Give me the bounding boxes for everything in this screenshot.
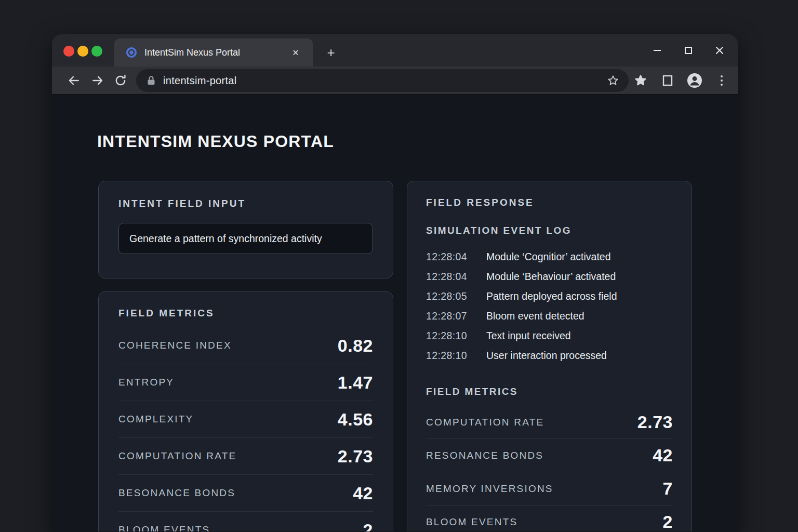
metric-value: 1.47 [338,373,373,393]
field-response-card: FIELD RESPONSE SIMULATION EVENT LOG 12:2… [407,181,692,531]
log-entry: 12:28:04 Module ‘Cognitior’ activated [426,247,673,267]
metric-row: COMPLEXITY 4.56 [118,401,373,437]
metric-value: 2.73 [637,412,673,432]
close-icon[interactable] [711,42,728,59]
metric-row: COHERENCE INDEX 0.82 [118,327,373,364]
metric-row: BLOOM EVENTS 2 [426,506,673,531]
log-message: Module ‘Cognitior’ activated [486,251,611,263]
log-message: Text input received [486,330,571,342]
metric-value: 2 [663,512,673,531]
metric-row: ENTROPY 1.47 [118,364,373,401]
response-metrics-rows: COMPUTATION RATE 2.73 RESONANCE BONDS 42… [426,406,673,531]
metric-row: COMPUTATION RATE 2.73 [426,406,673,438]
metric-label: RESONANCE BONDS [426,450,543,461]
log-entry: 12:28:07 Bloom event detected [426,306,673,326]
log-time: 12:28:05 [426,290,486,302]
browser-tab[interactable]: IntentSim Nexus Portal ✕ [114,38,313,66]
log-time: 12:28:07 [426,310,486,322]
metric-value: 2.73 [338,446,373,467]
side-panel-icon[interactable] [659,72,676,89]
event-log-heading: SIMULATION EVENT LOG [426,225,673,236]
toolbar-right [632,66,730,95]
browser-toolbar: intentsim-portal [52,66,738,95]
metric-label: COHERENCE INDEX [118,340,232,351]
intent-input-heading: INTENT FIELD INPUT [118,198,373,209]
menu-icon[interactable] [713,72,730,89]
tab-strip: IntentSim Nexus Portal ✕ + [52,34,738,66]
metric-row: BESONANCE BONDS 42 [118,475,373,511]
log-time: 12:28:04 [426,251,486,263]
metric-row: COMPUTATION RATE 2.73 [118,438,373,474]
log-time: 12:28:04 [426,271,486,283]
profile-avatar[interactable] [686,72,703,89]
reload-icon[interactable] [112,72,129,89]
field-metrics-heading: FIELD METRICS [118,308,373,319]
metric-label: BLOOM EVENTS [118,524,210,531]
metric-value: 0.82 [338,336,373,356]
intent-input-field[interactable] [118,223,373,254]
minimize-icon[interactable] [648,42,666,59]
field-metrics-card: FIELD METRICS COHERENCE INDEX 0.82 ENTRO… [98,291,393,531]
new-tab-button[interactable]: + [321,43,341,62]
log-time: 12:28:10 [426,330,486,342]
metric-value: 7 [663,478,673,499]
metric-label: BLOOM EVENTS [426,516,517,528]
metric-label: BESONANCE BONDS [118,487,235,499]
window-controls [648,34,728,66]
url-bar[interactable]: intentsim-portal [136,69,629,92]
response-metrics-heading: FIELD METRICS [426,386,673,397]
tab-close-icon[interactable]: ✕ [289,46,302,59]
traffic-zoom-icon[interactable] [91,46,102,57]
field-response-heading: FIELD RESPONSE [426,197,673,208]
page-content: INTENTSIM NEXUS PORTAL INTENT FIELD INPU… [52,95,738,531]
metric-label: MEMORY INVERSIONS [426,483,553,495]
log-message: User interaction processed [486,350,607,362]
maximize-icon[interactable] [680,42,697,59]
traffic-minimize-icon[interactable] [77,46,88,57]
metric-value: 4.56 [338,409,373,430]
intent-field-input-card: INTENT FIELD INPUT [98,181,393,278]
back-icon[interactable] [65,72,82,89]
log-message: Module ‘Behaviour’ activated [486,271,616,283]
site-favicon-icon [126,47,137,58]
metric-row: BLOOM EVENTS 2 [118,512,373,531]
page-title: INTENTSIM NEXUS PORTAL [97,132,334,151]
metric-value: 42 [653,445,673,466]
log-entry: 12:28:05 Pattern deployed across field [426,286,673,306]
lock-icon [147,75,156,86]
metric-value: 42 [353,483,373,503]
log-message: Pattern deployed across field [486,290,617,302]
traffic-close-icon[interactable] [63,46,74,57]
traffic-lights [63,46,102,57]
field-metrics-rows: COHERENCE INDEX 0.82 ENTROPY 1.47 COMPLE… [118,327,373,531]
browser-window: IntentSim Nexus Portal ✕ + [52,34,738,532]
bookmark-star-icon[interactable] [607,74,619,87]
log-entry: 12:28:10 Text input received [426,326,673,345]
metric-label: COMPLEXITY [118,414,193,425]
metric-label: COMPUTATION RATE [426,417,544,428]
metric-row: RESONANCE BONDS 42 [426,439,673,472]
log-time: 12:28:10 [426,350,486,362]
extensions-icon[interactable] [632,72,649,89]
log-entry: 12:28:10 User interaction processed [426,345,673,365]
simulation-event-log: 12:28:04 Module ‘Cognitior’ activated 12… [426,247,673,365]
log-message: Bloom event detected [486,310,584,322]
metric-row: MEMORY INVERSIONS 7 [426,472,673,505]
forward-icon[interactable] [89,72,106,89]
metric-label: COMPUTATION RATE [118,450,236,462]
metric-value: 2 [363,520,373,532]
metric-label: ENTROPY [118,377,174,388]
url-text[interactable]: intentsim-portal [163,75,607,87]
log-entry: 12:28:04 Module ‘Behaviour’ activated [426,267,673,286]
tab-title: IntentSim Nexus Portal [144,47,283,58]
